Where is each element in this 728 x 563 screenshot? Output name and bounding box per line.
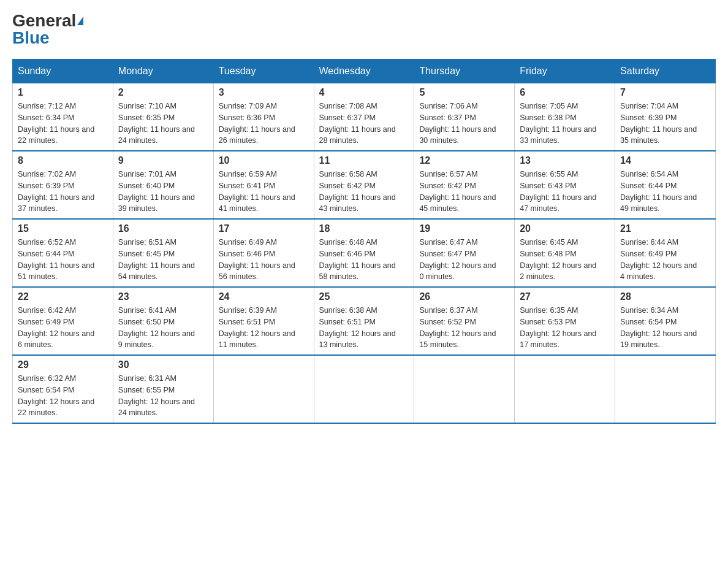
day-number: 26 xyxy=(419,291,509,302)
day-number: 7 xyxy=(620,87,710,98)
calendar-day-cell: 30 Sunrise: 6:31 AM Sunset: 6:55 PM Dayl… xyxy=(113,355,213,423)
calendar-day-cell: 6 Sunrise: 7:05 AM Sunset: 6:38 PM Dayli… xyxy=(515,83,615,151)
calendar-day-cell: 14 Sunrise: 6:54 AM Sunset: 6:44 PM Dayl… xyxy=(615,151,716,219)
day-number: 10 xyxy=(219,155,309,166)
day-info: Sunrise: 6:58 AM Sunset: 6:42 PM Dayligh… xyxy=(319,169,409,215)
calendar-week-row: 29 Sunrise: 6:32 AM Sunset: 6:54 PM Dayl… xyxy=(13,355,716,423)
calendar-week-row: 8 Sunrise: 7:02 AM Sunset: 6:39 PM Dayli… xyxy=(13,151,716,219)
calendar-day-cell: 22 Sunrise: 6:42 AM Sunset: 6:49 PM Dayl… xyxy=(13,287,113,355)
calendar-day-cell: 19 Sunrise: 6:47 AM Sunset: 6:47 PM Dayl… xyxy=(414,219,515,287)
calendar-day-cell: 10 Sunrise: 6:59 AM Sunset: 6:41 PM Dayl… xyxy=(213,151,314,219)
calendar-day-cell xyxy=(414,355,515,423)
day-number: 8 xyxy=(18,155,108,166)
day-info: Sunrise: 7:09 AM Sunset: 6:36 PM Dayligh… xyxy=(219,101,309,147)
logo: General Blue xyxy=(12,12,83,47)
day-info: Sunrise: 7:10 AM Sunset: 6:35 PM Dayligh… xyxy=(118,101,208,147)
day-info: Sunrise: 7:02 AM Sunset: 6:39 PM Dayligh… xyxy=(18,169,108,215)
day-number: 18 xyxy=(319,223,409,234)
header-friday: Friday xyxy=(515,59,615,83)
day-info: Sunrise: 7:01 AM Sunset: 6:40 PM Dayligh… xyxy=(118,169,208,215)
day-info: Sunrise: 7:12 AM Sunset: 6:34 PM Dayligh… xyxy=(18,101,108,147)
day-info: Sunrise: 6:34 AM Sunset: 6:54 PM Dayligh… xyxy=(620,305,710,351)
day-info: Sunrise: 6:39 AM Sunset: 6:51 PM Dayligh… xyxy=(219,305,309,351)
day-info: Sunrise: 6:48 AM Sunset: 6:46 PM Dayligh… xyxy=(319,237,409,283)
calendar-day-cell: 4 Sunrise: 7:08 AM Sunset: 6:37 PM Dayli… xyxy=(314,83,414,151)
day-info: Sunrise: 7:06 AM Sunset: 6:37 PM Dayligh… xyxy=(419,101,509,147)
calendar-day-cell: 16 Sunrise: 6:51 AM Sunset: 6:45 PM Dayl… xyxy=(113,219,213,287)
day-number: 30 xyxy=(118,359,208,370)
calendar-day-cell: 1 Sunrise: 7:12 AM Sunset: 6:34 PM Dayli… xyxy=(13,83,113,151)
calendar-day-cell: 26 Sunrise: 6:37 AM Sunset: 6:52 PM Dayl… xyxy=(414,287,515,355)
day-number: 28 xyxy=(620,291,710,302)
calendar-day-cell: 7 Sunrise: 7:04 AM Sunset: 6:39 PM Dayli… xyxy=(615,83,716,151)
day-number: 13 xyxy=(520,155,610,166)
calendar-day-cell: 23 Sunrise: 6:41 AM Sunset: 6:50 PM Dayl… xyxy=(113,287,213,355)
calendar-day-cell: 24 Sunrise: 6:39 AM Sunset: 6:51 PM Dayl… xyxy=(213,287,314,355)
day-info: Sunrise: 6:59 AM Sunset: 6:41 PM Dayligh… xyxy=(219,169,309,215)
day-number: 5 xyxy=(419,87,509,98)
calendar-day-cell: 11 Sunrise: 6:58 AM Sunset: 6:42 PM Dayl… xyxy=(314,151,414,219)
header-wednesday: Wednesday xyxy=(314,59,414,83)
day-number: 16 xyxy=(118,223,208,234)
day-info: Sunrise: 7:08 AM Sunset: 6:37 PM Dayligh… xyxy=(319,101,409,147)
calendar-day-cell: 13 Sunrise: 6:55 AM Sunset: 6:43 PM Dayl… xyxy=(515,151,615,219)
header-monday: Monday xyxy=(113,59,213,83)
day-number: 9 xyxy=(118,155,208,166)
day-number: 17 xyxy=(219,223,309,234)
day-info: Sunrise: 6:55 AM Sunset: 6:43 PM Dayligh… xyxy=(520,169,610,215)
logo-blue-text: Blue xyxy=(12,29,50,47)
header-tuesday: Tuesday xyxy=(213,59,314,83)
logo-general-text: General xyxy=(12,12,76,29)
day-info: Sunrise: 6:35 AM Sunset: 6:53 PM Dayligh… xyxy=(520,305,610,351)
calendar-day-cell: 9 Sunrise: 7:01 AM Sunset: 6:40 PM Dayli… xyxy=(113,151,213,219)
day-number: 29 xyxy=(18,359,108,370)
day-number: 14 xyxy=(620,155,710,166)
header-saturday: Saturday xyxy=(615,59,716,83)
calendar-day-cell: 20 Sunrise: 6:45 AM Sunset: 6:48 PM Dayl… xyxy=(515,219,615,287)
calendar-day-cell: 12 Sunrise: 6:57 AM Sunset: 6:42 PM Dayl… xyxy=(414,151,515,219)
day-number: 2 xyxy=(118,87,208,98)
calendar-week-row: 15 Sunrise: 6:52 AM Sunset: 6:44 PM Dayl… xyxy=(13,219,716,287)
day-number: 12 xyxy=(419,155,509,166)
header-thursday: Thursday xyxy=(414,59,515,83)
calendar-day-cell: 8 Sunrise: 7:02 AM Sunset: 6:39 PM Dayli… xyxy=(13,151,113,219)
day-number: 23 xyxy=(118,291,208,302)
calendar-day-cell: 29 Sunrise: 6:32 AM Sunset: 6:54 PM Dayl… xyxy=(13,355,113,423)
calendar-day-cell: 27 Sunrise: 6:35 AM Sunset: 6:53 PM Dayl… xyxy=(515,287,615,355)
calendar-day-cell: 5 Sunrise: 7:06 AM Sunset: 6:37 PM Dayli… xyxy=(414,83,515,151)
calendar-day-cell: 21 Sunrise: 6:44 AM Sunset: 6:49 PM Dayl… xyxy=(615,219,716,287)
day-info: Sunrise: 6:51 AM Sunset: 6:45 PM Dayligh… xyxy=(118,237,208,283)
day-info: Sunrise: 6:49 AM Sunset: 6:46 PM Dayligh… xyxy=(219,237,309,283)
calendar-day-cell xyxy=(213,355,314,423)
calendar-day-cell xyxy=(615,355,716,423)
day-info: Sunrise: 6:52 AM Sunset: 6:44 PM Dayligh… xyxy=(18,237,108,283)
day-number: 1 xyxy=(18,87,108,98)
calendar-week-row: 1 Sunrise: 7:12 AM Sunset: 6:34 PM Dayli… xyxy=(13,83,716,151)
calendar-day-cell: 28 Sunrise: 6:34 AM Sunset: 6:54 PM Dayl… xyxy=(615,287,716,355)
calendar-week-row: 22 Sunrise: 6:42 AM Sunset: 6:49 PM Dayl… xyxy=(13,287,716,355)
header-sunday: Sunday xyxy=(13,59,113,83)
day-number: 21 xyxy=(620,223,710,234)
day-number: 19 xyxy=(419,223,509,234)
day-number: 20 xyxy=(520,223,610,234)
day-number: 22 xyxy=(18,291,108,302)
calendar-day-cell xyxy=(515,355,615,423)
calendar-day-cell: 3 Sunrise: 7:09 AM Sunset: 6:36 PM Dayli… xyxy=(213,83,314,151)
day-number: 11 xyxy=(319,155,409,166)
day-info: Sunrise: 6:42 AM Sunset: 6:49 PM Dayligh… xyxy=(18,305,108,351)
day-number: 3 xyxy=(219,87,309,98)
day-info: Sunrise: 6:31 AM Sunset: 6:55 PM Dayligh… xyxy=(118,373,208,419)
day-info: Sunrise: 6:44 AM Sunset: 6:49 PM Dayligh… xyxy=(620,237,710,283)
day-number: 24 xyxy=(219,291,309,302)
calendar-day-cell: 15 Sunrise: 6:52 AM Sunset: 6:44 PM Dayl… xyxy=(13,219,113,287)
calendar-day-cell xyxy=(314,355,414,423)
calendar-table: Sunday Monday Tuesday Wednesday Thursday… xyxy=(12,59,716,424)
calendar-day-cell: 17 Sunrise: 6:49 AM Sunset: 6:46 PM Dayl… xyxy=(213,219,314,287)
day-info: Sunrise: 6:47 AM Sunset: 6:47 PM Dayligh… xyxy=(419,237,509,283)
calendar-header-row: Sunday Monday Tuesday Wednesday Thursday… xyxy=(13,59,716,83)
day-number: 25 xyxy=(319,291,409,302)
day-number: 6 xyxy=(520,87,610,98)
logo-triangle-icon xyxy=(77,17,83,25)
day-info: Sunrise: 6:38 AM Sunset: 6:51 PM Dayligh… xyxy=(319,305,409,351)
day-info: Sunrise: 6:37 AM Sunset: 6:52 PM Dayligh… xyxy=(419,305,509,351)
